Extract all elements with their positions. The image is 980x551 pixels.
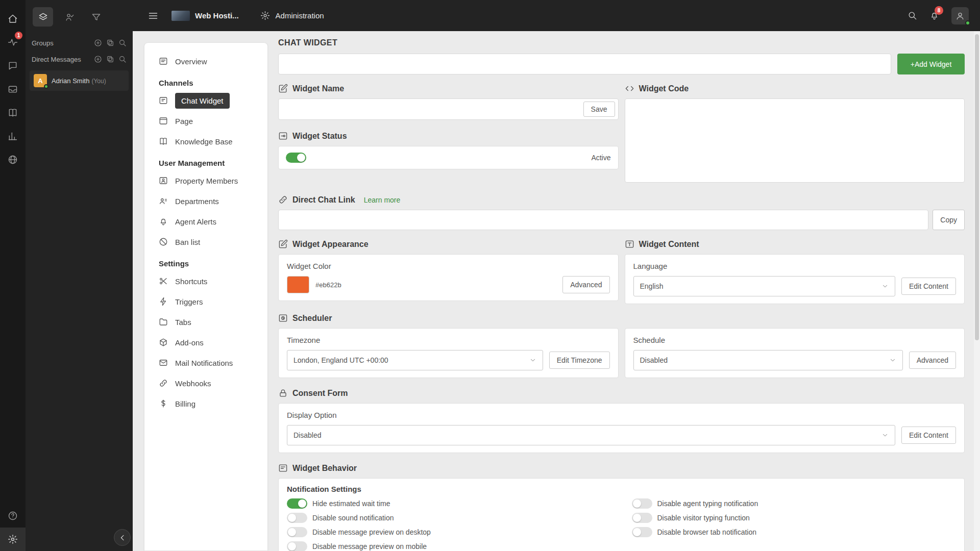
channels-tab[interactable] <box>33 7 53 27</box>
profile-avatar[interactable] <box>951 7 969 24</box>
sidebar-item-triggers[interactable]: Triggers <box>144 291 267 312</box>
scrollbar-thumb[interactable] <box>975 34 979 340</box>
widget-behavior-header: Widget Behavior <box>278 463 965 473</box>
sidebar-item-chat-widget[interactable]: Chat Widget <box>144 90 267 111</box>
widget-selector-input[interactable] <box>278 54 891 74</box>
dm-user-item[interactable]: A Adrian Smith(You) <box>30 70 129 91</box>
nav-section-user-management: User Management <box>144 152 267 170</box>
sidebar-item-agent-alerts[interactable]: Agent Alerts <box>144 211 267 232</box>
arrow-left-icon <box>118 534 127 542</box>
contacts-tab[interactable] <box>59 7 80 27</box>
widget-color-label: Widget Color <box>287 262 610 270</box>
monitoring-icon[interactable]: 1 <box>0 31 26 54</box>
save-button[interactable]: Save <box>583 102 615 117</box>
content-edit-button[interactable]: Edit Content <box>901 278 956 295</box>
widget-status-toggle[interactable] <box>286 153 306 163</box>
widget-status-card: Active <box>278 146 619 169</box>
dm-browse-icon[interactable] <box>106 55 114 63</box>
toggle-row: Disable browser tab notification <box>632 527 957 537</box>
sidebar-item-tabs[interactable]: Tabs <box>144 312 267 332</box>
globe-icon[interactable] <box>0 148 26 171</box>
language-select[interactable]: English <box>633 276 895 296</box>
schedule-advanced-button[interactable]: Advanced <box>909 352 956 369</box>
dm-search-icon[interactable] <box>118 55 127 63</box>
direct-chat-link-input[interactable] <box>278 210 928 230</box>
toggle-disable-agent-typing[interactable] <box>632 498 652 509</box>
admin-gear-icon <box>260 11 270 20</box>
schedule-label: Schedule <box>633 336 957 344</box>
settings-sidebar: Overview Channels Chat Widget Page Knowl… <box>144 42 268 551</box>
toggle-disable-message-preview-desktop[interactable] <box>287 527 307 537</box>
collapse-sidebar-button[interactable] <box>114 529 131 546</box>
sidebar-item-mail-notifications[interactable]: Mail Notifications <box>144 353 267 373</box>
administration-section[interactable]: Administration <box>260 11 324 20</box>
toggle-disable-sound-notification[interactable] <box>287 513 307 523</box>
widget-code-textarea[interactable] <box>625 98 965 183</box>
topbar-right-group: 8 <box>908 7 969 24</box>
display-option-select[interactable]: Disabled <box>287 425 895 445</box>
chat-icon[interactable] <box>0 54 26 78</box>
book-icon <box>159 137 168 146</box>
display-option-card: Display Option Disabled Edit Content <box>278 403 965 453</box>
dm-add-icon[interactable] <box>94 55 102 63</box>
sidebar-item-property-members[interactable]: Property Members <box>144 170 267 191</box>
consent-form-header: Consent Form <box>278 388 965 398</box>
reports-icon[interactable] <box>0 124 26 148</box>
notification-count-badge: 8 <box>935 6 943 15</box>
members-icon <box>159 176 168 185</box>
direct-messages-label: Direct Messages <box>32 56 90 63</box>
groups-search-icon[interactable] <box>118 39 127 47</box>
sidebar-item-webhooks[interactable]: Webhooks <box>144 373 267 393</box>
dollar-icon <box>159 399 168 408</box>
help-icon[interactable] <box>0 504 26 528</box>
notifications-bell-icon[interactable]: 8 <box>929 11 939 20</box>
edit-timezone-button[interactable]: Edit Timezone <box>549 352 610 369</box>
toggle-disable-browser-tab-notification[interactable] <box>632 527 652 537</box>
sidebar-item-overview[interactable]: Overview <box>144 51 267 71</box>
toggle-knob <box>297 154 305 162</box>
sidebar-item-addons[interactable]: Add-ons <box>144 332 267 353</box>
widget-status-text: Active <box>591 154 610 162</box>
sidebar-item-knowledge-base[interactable]: Knowledge Base <box>144 131 267 152</box>
user-suffix: (You) <box>91 78 106 85</box>
language-card: Language English Edit Content <box>625 254 965 304</box>
page-title: CHAT WIDGET <box>278 38 965 47</box>
sidebar-item-ban-list[interactable]: Ban list <box>144 232 267 252</box>
groups-add-icon[interactable] <box>94 39 102 47</box>
toggle-disable-message-preview-mobile[interactable] <box>287 541 307 551</box>
learn-more-link[interactable]: Learn more <box>364 196 401 204</box>
sidebar-item-page[interactable]: Page <box>144 111 267 131</box>
appearance-advanced-button[interactable]: Advanced <box>562 276 609 293</box>
schedule-card: Schedule Disabled Advanced <box>625 328 965 378</box>
timezone-select[interactable]: London, England UTC +00:00 <box>287 350 543 370</box>
widget-name-input[interactable] <box>279 99 583 119</box>
property-selector[interactable]: Web Hosti... <box>172 11 239 21</box>
sidebar-item-departments[interactable]: Departments <box>144 191 267 211</box>
chevron-down-icon <box>881 283 889 290</box>
toggle-hide-estimated-wait-time[interactable] <box>287 498 307 509</box>
home-icon[interactable] <box>0 7 26 31</box>
sidebar-item-shortcuts[interactable]: Shortcuts <box>144 271 267 291</box>
schedule-select[interactable]: Disabled <box>633 350 903 370</box>
sidebar-item-billing[interactable]: Billing <box>144 393 267 414</box>
search-icon[interactable] <box>908 11 917 20</box>
page-scrollbar[interactable] <box>974 31 980 551</box>
toggle-disable-visitor-typing[interactable] <box>632 513 652 523</box>
consent-edit-button[interactable]: Edit Content <box>901 427 956 444</box>
direct-chat-link-row: Copy <box>278 210 965 230</box>
knowledge-base-icon[interactable] <box>0 101 26 124</box>
groups-browse-icon[interactable] <box>106 39 114 47</box>
site-logo-image <box>172 11 190 21</box>
add-widget-button[interactable]: +Add Widget <box>897 54 965 74</box>
direct-chat-link-header: Direct Chat Link Learn more <box>278 195 965 205</box>
toggle-row: Disable sound notification <box>287 513 611 523</box>
widget-appearance-header: Widget Appearance <box>278 239 619 249</box>
widget-color-swatch[interactable] <box>287 276 309 293</box>
inbox-icon[interactable] <box>0 78 26 101</box>
copy-button[interactable]: Copy <box>933 210 965 230</box>
hamburger-menu-icon[interactable] <box>148 11 158 21</box>
settings-icon[interactable] <box>0 528 26 551</box>
behavior-icon <box>278 463 288 473</box>
administration-label: Administration <box>276 11 324 20</box>
filter-tab[interactable] <box>86 7 106 27</box>
